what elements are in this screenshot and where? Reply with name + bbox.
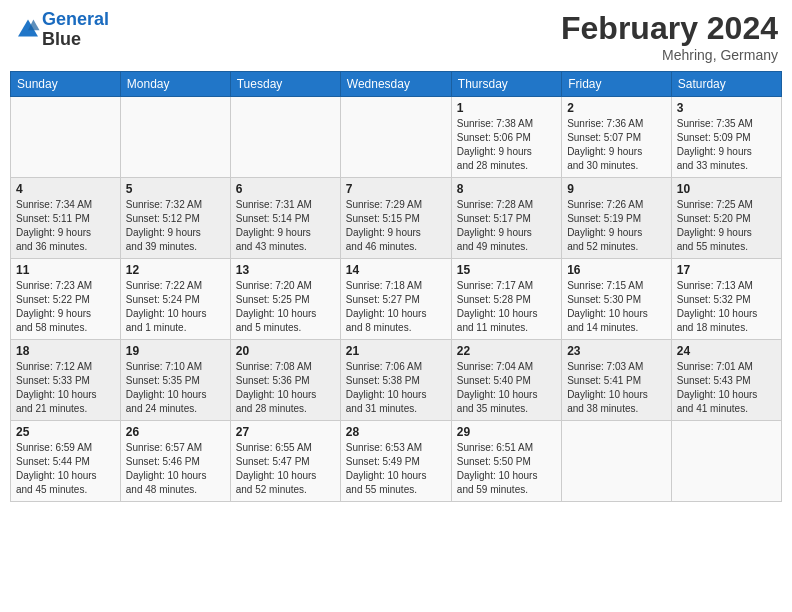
calendar-cell: 12Sunrise: 7:22 AM Sunset: 5:24 PM Dayli…: [120, 259, 230, 340]
logo-icon: [16, 18, 40, 38]
day-info: Sunrise: 7:34 AM Sunset: 5:11 PM Dayligh…: [16, 198, 115, 254]
column-header-wednesday: Wednesday: [340, 72, 451, 97]
day-info: Sunrise: 7:32 AM Sunset: 5:12 PM Dayligh…: [126, 198, 225, 254]
day-number: 27: [236, 425, 335, 439]
calendar-cell: 6Sunrise: 7:31 AM Sunset: 5:14 PM Daylig…: [230, 178, 340, 259]
day-number: 6: [236, 182, 335, 196]
title-area: February 2024 Mehring, Germany: [561, 10, 778, 63]
day-info: Sunrise: 7:28 AM Sunset: 5:17 PM Dayligh…: [457, 198, 556, 254]
calendar-cell: [11, 97, 121, 178]
calendar-cell: [120, 97, 230, 178]
calendar-cell: 20Sunrise: 7:08 AM Sunset: 5:36 PM Dayli…: [230, 340, 340, 421]
column-header-saturday: Saturday: [671, 72, 781, 97]
column-header-monday: Monday: [120, 72, 230, 97]
day-info: Sunrise: 6:51 AM Sunset: 5:50 PM Dayligh…: [457, 441, 556, 497]
day-info: Sunrise: 6:59 AM Sunset: 5:44 PM Dayligh…: [16, 441, 115, 497]
day-number: 23: [567, 344, 666, 358]
calendar-week-row: 11Sunrise: 7:23 AM Sunset: 5:22 PM Dayli…: [11, 259, 782, 340]
day-number: 10: [677, 182, 776, 196]
calendar-cell: 23Sunrise: 7:03 AM Sunset: 5:41 PM Dayli…: [562, 340, 672, 421]
calendar-cell: [671, 421, 781, 502]
calendar-cell: 26Sunrise: 6:57 AM Sunset: 5:46 PM Dayli…: [120, 421, 230, 502]
calendar-cell: [562, 421, 672, 502]
day-info: Sunrise: 6:55 AM Sunset: 5:47 PM Dayligh…: [236, 441, 335, 497]
day-number: 13: [236, 263, 335, 277]
day-number: 7: [346, 182, 446, 196]
day-info: Sunrise: 7:13 AM Sunset: 5:32 PM Dayligh…: [677, 279, 776, 335]
day-number: 21: [346, 344, 446, 358]
calendar-cell: 29Sunrise: 6:51 AM Sunset: 5:50 PM Dayli…: [451, 421, 561, 502]
calendar-cell: 8Sunrise: 7:28 AM Sunset: 5:17 PM Daylig…: [451, 178, 561, 259]
day-info: Sunrise: 7:17 AM Sunset: 5:28 PM Dayligh…: [457, 279, 556, 335]
day-info: Sunrise: 7:20 AM Sunset: 5:25 PM Dayligh…: [236, 279, 335, 335]
day-info: Sunrise: 7:31 AM Sunset: 5:14 PM Dayligh…: [236, 198, 335, 254]
calendar-cell: 18Sunrise: 7:12 AM Sunset: 5:33 PM Dayli…: [11, 340, 121, 421]
calendar-cell: 4Sunrise: 7:34 AM Sunset: 5:11 PM Daylig…: [11, 178, 121, 259]
day-number: 29: [457, 425, 556, 439]
day-number: 9: [567, 182, 666, 196]
day-info: Sunrise: 7:03 AM Sunset: 5:41 PM Dayligh…: [567, 360, 666, 416]
column-header-sunday: Sunday: [11, 72, 121, 97]
day-number: 17: [677, 263, 776, 277]
calendar-cell: 25Sunrise: 6:59 AM Sunset: 5:44 PM Dayli…: [11, 421, 121, 502]
calendar-cell: 24Sunrise: 7:01 AM Sunset: 5:43 PM Dayli…: [671, 340, 781, 421]
day-info: Sunrise: 7:38 AM Sunset: 5:06 PM Dayligh…: [457, 117, 556, 173]
day-number: 8: [457, 182, 556, 196]
calendar-cell: 9Sunrise: 7:26 AM Sunset: 5:19 PM Daylig…: [562, 178, 672, 259]
day-number: 1: [457, 101, 556, 115]
day-number: 20: [236, 344, 335, 358]
column-header-tuesday: Tuesday: [230, 72, 340, 97]
calendar-header-row: SundayMondayTuesdayWednesdayThursdayFrid…: [11, 72, 782, 97]
calendar-cell: 15Sunrise: 7:17 AM Sunset: 5:28 PM Dayli…: [451, 259, 561, 340]
day-info: Sunrise: 7:04 AM Sunset: 5:40 PM Dayligh…: [457, 360, 556, 416]
calendar-cell: [230, 97, 340, 178]
logo: General Blue: [14, 10, 109, 50]
column-header-friday: Friday: [562, 72, 672, 97]
calendar-cell: 13Sunrise: 7:20 AM Sunset: 5:25 PM Dayli…: [230, 259, 340, 340]
calendar-cell: 1Sunrise: 7:38 AM Sunset: 5:06 PM Daylig…: [451, 97, 561, 178]
calendar-cell: 16Sunrise: 7:15 AM Sunset: 5:30 PM Dayli…: [562, 259, 672, 340]
day-info: Sunrise: 7:08 AM Sunset: 5:36 PM Dayligh…: [236, 360, 335, 416]
day-info: Sunrise: 7:06 AM Sunset: 5:38 PM Dayligh…: [346, 360, 446, 416]
day-number: 28: [346, 425, 446, 439]
calendar-cell: 17Sunrise: 7:13 AM Sunset: 5:32 PM Dayli…: [671, 259, 781, 340]
day-info: Sunrise: 6:57 AM Sunset: 5:46 PM Dayligh…: [126, 441, 225, 497]
day-info: Sunrise: 7:23 AM Sunset: 5:22 PM Dayligh…: [16, 279, 115, 335]
calendar-cell: 14Sunrise: 7:18 AM Sunset: 5:27 PM Dayli…: [340, 259, 451, 340]
calendar-week-row: 18Sunrise: 7:12 AM Sunset: 5:33 PM Dayli…: [11, 340, 782, 421]
day-info: Sunrise: 6:53 AM Sunset: 5:49 PM Dayligh…: [346, 441, 446, 497]
calendar-cell: 3Sunrise: 7:35 AM Sunset: 5:09 PM Daylig…: [671, 97, 781, 178]
day-number: 15: [457, 263, 556, 277]
calendar-week-row: 4Sunrise: 7:34 AM Sunset: 5:11 PM Daylig…: [11, 178, 782, 259]
calendar-week-row: 1Sunrise: 7:38 AM Sunset: 5:06 PM Daylig…: [11, 97, 782, 178]
day-info: Sunrise: 7:35 AM Sunset: 5:09 PM Dayligh…: [677, 117, 776, 173]
day-number: 2: [567, 101, 666, 115]
day-number: 26: [126, 425, 225, 439]
day-number: 14: [346, 263, 446, 277]
calendar-cell: [340, 97, 451, 178]
day-number: 5: [126, 182, 225, 196]
calendar-cell: 22Sunrise: 7:04 AM Sunset: 5:40 PM Dayli…: [451, 340, 561, 421]
day-info: Sunrise: 7:01 AM Sunset: 5:43 PM Dayligh…: [677, 360, 776, 416]
calendar-cell: 28Sunrise: 6:53 AM Sunset: 5:49 PM Dayli…: [340, 421, 451, 502]
day-number: 25: [16, 425, 115, 439]
column-header-thursday: Thursday: [451, 72, 561, 97]
day-info: Sunrise: 7:15 AM Sunset: 5:30 PM Dayligh…: [567, 279, 666, 335]
day-info: Sunrise: 7:22 AM Sunset: 5:24 PM Dayligh…: [126, 279, 225, 335]
calendar-table: SundayMondayTuesdayWednesdayThursdayFrid…: [10, 71, 782, 502]
day-number: 3: [677, 101, 776, 115]
calendar-cell: 10Sunrise: 7:25 AM Sunset: 5:20 PM Dayli…: [671, 178, 781, 259]
day-number: 11: [16, 263, 115, 277]
calendar-cell: 11Sunrise: 7:23 AM Sunset: 5:22 PM Dayli…: [11, 259, 121, 340]
day-number: 4: [16, 182, 115, 196]
day-number: 22: [457, 344, 556, 358]
day-info: Sunrise: 7:36 AM Sunset: 5:07 PM Dayligh…: [567, 117, 666, 173]
calendar-cell: 19Sunrise: 7:10 AM Sunset: 5:35 PM Dayli…: [120, 340, 230, 421]
day-number: 24: [677, 344, 776, 358]
calendar-cell: 21Sunrise: 7:06 AM Sunset: 5:38 PM Dayli…: [340, 340, 451, 421]
location: Mehring, Germany: [561, 47, 778, 63]
day-number: 18: [16, 344, 115, 358]
day-info: Sunrise: 7:26 AM Sunset: 5:19 PM Dayligh…: [567, 198, 666, 254]
page-header: General Blue February 2024 Mehring, Germ…: [10, 10, 782, 63]
calendar-cell: 2Sunrise: 7:36 AM Sunset: 5:07 PM Daylig…: [562, 97, 672, 178]
